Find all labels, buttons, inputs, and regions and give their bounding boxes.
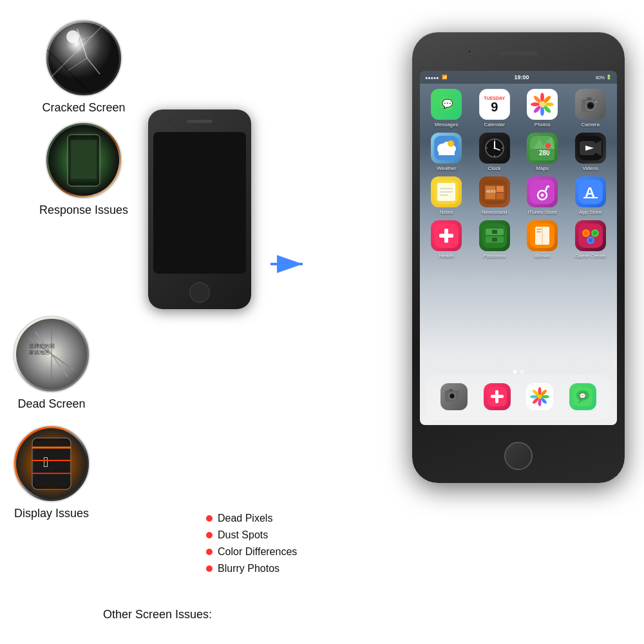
app-photos[interactable]: Photos bbox=[521, 89, 564, 128]
arrow-symbol bbox=[270, 251, 309, 277]
app-label-itunes: iTunes Store bbox=[528, 209, 557, 215]
app-label-ibooks: iBooks bbox=[535, 253, 550, 259]
broken-phone-camera bbox=[167, 118, 171, 122]
app-clock[interactable]: Clock bbox=[473, 133, 516, 171]
app-ibooks[interactable]: iBooks bbox=[521, 220, 564, 259]
app-gamecenter[interactable]: Game Center bbox=[569, 220, 612, 259]
app-icon-photos bbox=[527, 89, 558, 120]
dock-camera-icon bbox=[440, 383, 468, 410]
svg-point-52 bbox=[493, 147, 495, 149]
bullet-dot-2 bbox=[206, 532, 213, 538]
app-icon-itunes bbox=[527, 176, 558, 207]
broken-phone-screen bbox=[153, 132, 246, 274]
svg-point-41 bbox=[595, 100, 598, 103]
app-label-notes: Notes bbox=[440, 209, 453, 215]
battery-pct: 80% bbox=[596, 75, 605, 80]
cracked-screen-circle bbox=[45, 19, 122, 97]
svg-line-3 bbox=[68, 58, 87, 71]
svg-rect-77 bbox=[497, 193, 504, 199]
cracked-screen-item: Cracked Screen bbox=[13, 19, 155, 115]
app-health[interactable]: Health bbox=[425, 220, 468, 259]
other-issues-label: Other Screen Issues: bbox=[103, 608, 212, 621]
app-messages[interactable]: 💬 Messages bbox=[425, 89, 468, 128]
svg-point-109 bbox=[450, 394, 454, 398]
app-icon-clock bbox=[479, 133, 510, 164]
app-label-clock: Clock bbox=[488, 166, 501, 171]
status-time: 19:00 bbox=[515, 74, 529, 80]
bullet-blurry-photos: Blurry Photos bbox=[206, 563, 297, 574]
app-icon-videos bbox=[575, 133, 606, 164]
svg-point-121 bbox=[530, 395, 538, 398]
svg-point-5 bbox=[66, 30, 79, 43]
dock-health-icon bbox=[484, 383, 511, 410]
status-bar: ●●●●● 📶 19:00 80% 🔋 bbox=[420, 71, 617, 84]
app-icon-camera bbox=[575, 89, 606, 120]
app-label-health: Health bbox=[439, 253, 454, 259]
app-maps[interactable]: 280 Maps bbox=[521, 133, 564, 171]
response-issues-label: Response Issues bbox=[39, 203, 128, 218]
svg-rect-79 bbox=[530, 180, 554, 204]
svg-rect-110 bbox=[449, 389, 453, 392]
app-itunes[interactable]: iTunes Store bbox=[521, 176, 564, 215]
good-phone-home-btn[interactable] bbox=[504, 442, 533, 470]
svg-text:💬: 💬 bbox=[442, 99, 453, 109]
broken-phone-speaker bbox=[187, 120, 213, 123]
bullet-label-3: Color Differences bbox=[218, 546, 297, 558]
display-issues-circle:  bbox=[13, 425, 90, 502]
svg-line-2 bbox=[87, 58, 100, 74]
svg-point-47 bbox=[448, 140, 454, 147]
broken-phone bbox=[148, 109, 251, 309]
svg-point-28 bbox=[540, 93, 544, 102]
dock-messages[interactable]: 💬 bbox=[569, 383, 596, 412]
svg-text:选择您的国: 选择您的国 bbox=[29, 343, 55, 349]
svg-point-81 bbox=[541, 194, 544, 197]
app-label-messages: Messages bbox=[435, 122, 458, 128]
svg-rect-94 bbox=[492, 238, 497, 242]
app-icon-newsstand: NEWS bbox=[479, 176, 510, 207]
app-videos[interactable]: Videos bbox=[569, 133, 612, 171]
app-appstore[interactable]: A App Store bbox=[569, 176, 612, 215]
dock-health[interactable] bbox=[484, 383, 511, 412]
svg-rect-99 bbox=[536, 231, 541, 232]
app-icon-health bbox=[431, 220, 462, 251]
svg-point-36 bbox=[539, 101, 545, 108]
app-passbook[interactable]: Passbook bbox=[473, 220, 516, 259]
app-icon-weather bbox=[431, 133, 462, 164]
svg-line-83 bbox=[547, 186, 549, 187]
svg-rect-89 bbox=[439, 234, 453, 238]
dock-camera[interactable] bbox=[440, 383, 468, 412]
svg-rect-100 bbox=[578, 223, 603, 248]
page-dot-2 bbox=[520, 370, 524, 374]
app-notes[interactable]: Notes bbox=[425, 176, 468, 215]
app-icon-maps: 280 bbox=[527, 133, 558, 164]
app-icon-calendar: TUESDAY 9 bbox=[479, 89, 510, 120]
bullet-color-differences: Color Differences bbox=[206, 546, 297, 558]
battery-icon: 🔋 bbox=[606, 75, 612, 80]
good-phone-screen: ●●●●● 📶 19:00 80% 🔋 💬 Messages bbox=[420, 71, 617, 425]
broken-phone-home-btn bbox=[189, 282, 210, 303]
app-label-videos: Videos bbox=[583, 166, 598, 171]
page-dots bbox=[513, 370, 524, 374]
app-icon-messages: 💬 bbox=[431, 89, 462, 120]
svg-point-115 bbox=[538, 387, 542, 395]
app-icon-appstore: A bbox=[575, 176, 606, 207]
dock-photos-icon bbox=[526, 383, 553, 410]
app-label-weather: Weather bbox=[437, 166, 456, 171]
app-calendar[interactable]: TUESDAY 9 Calendar bbox=[473, 89, 516, 128]
app-camera[interactable]: Camera bbox=[569, 89, 612, 128]
svg-rect-113 bbox=[491, 395, 504, 398]
svg-point-30 bbox=[545, 102, 554, 106]
app-weather[interactable]: Weather bbox=[425, 133, 468, 171]
app-label-appstore: App Store bbox=[579, 209, 602, 215]
bullet-dot-1 bbox=[206, 515, 213, 522]
svg-rect-40 bbox=[587, 97, 592, 100]
dead-screen-item: 选择您的国 家或地区 Dead Screen bbox=[13, 316, 90, 412]
dock-photos[interactable] bbox=[526, 383, 553, 412]
app-icon-notes bbox=[431, 176, 462, 207]
svg-line-4 bbox=[77, 35, 93, 42]
svg-point-61 bbox=[545, 143, 551, 148]
svg-rect-76 bbox=[497, 186, 504, 192]
app-newsstand[interactable]: NEWS Newsstand bbox=[473, 176, 516, 215]
svg-point-105 bbox=[593, 231, 597, 235]
app-grid: 💬 Messages TUESDAY 9 Calendar bbox=[420, 84, 617, 264]
